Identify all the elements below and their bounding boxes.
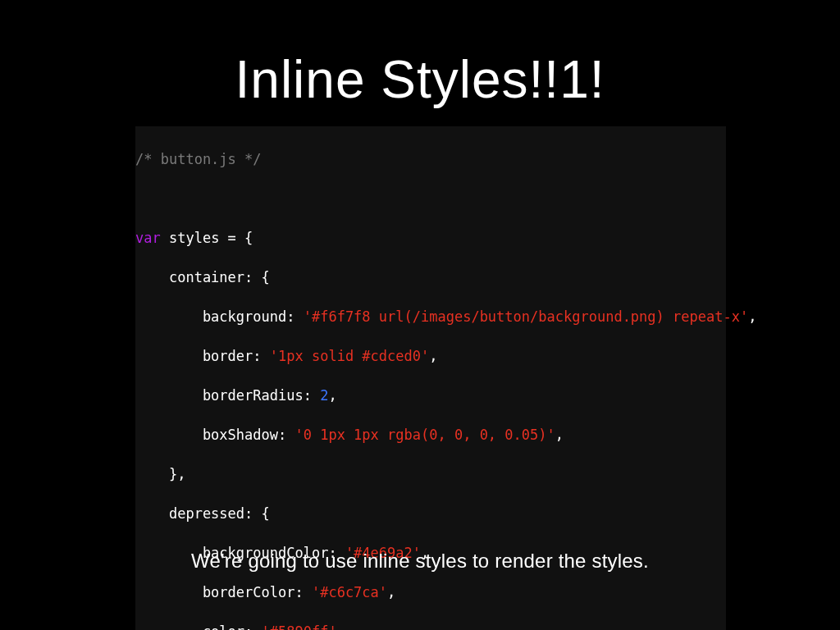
slide-caption: We're going to use inline styles to rend… [0,550,840,573]
code-string: '0 1px 1px rgba(0, 0, 0, 0.05)' [294,427,555,443]
code-string: '1px solid #cdced0' [270,348,429,364]
code-text: }, [135,466,185,482]
code-string: '#5890ff' [262,623,337,630]
code-text: borderRadius: [135,387,320,404]
code-text: depressed: { [135,505,270,522]
code-keyword-var: var [135,230,161,246]
slide-title: Inline Styles!!1! [235,49,605,110]
code-number: 2 [320,387,328,404]
slide: Inline Styles!!1! /* button.js */ var st… [0,0,840,630]
code-comment: /* button.js */ [135,151,262,167]
code-text: boxShadow: [135,427,294,443]
code-text: background: [135,308,304,325]
code-text: border: [135,348,270,364]
code-text: color: [135,623,262,630]
code-string: '#f6f7f8 url(/images/button/background.p… [304,308,748,325]
code-text: borderColor: [135,584,312,600]
code-text: container: { [135,269,270,285]
code-text: styles = { [161,230,253,246]
code-string: '#c6c7ca' [312,584,387,600]
